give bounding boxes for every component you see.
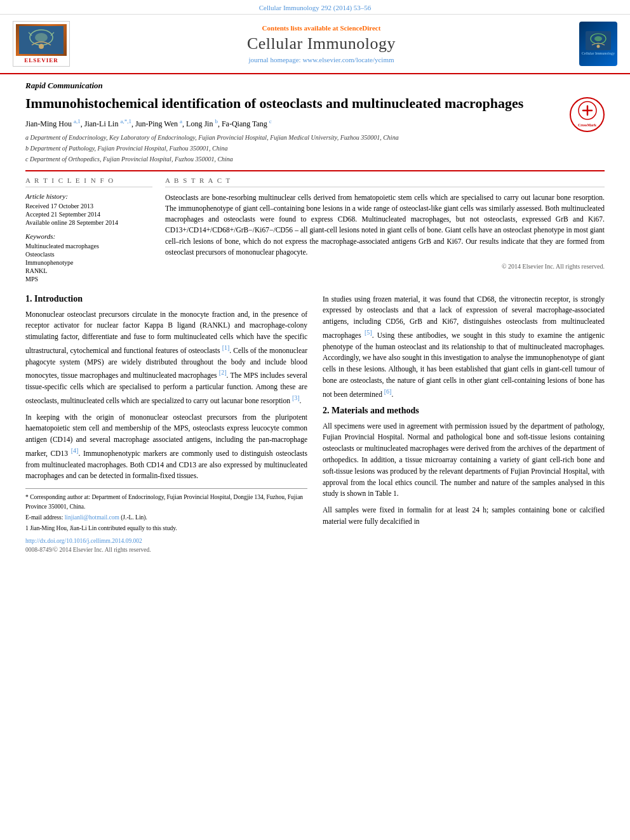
- elsevier-image: [16, 24, 67, 56]
- svg-point-2: [35, 33, 48, 42]
- journal-center: Contents lists available at ScienceDirec…: [70, 24, 573, 63]
- abstract-text: Osteoclasts are bone-resorbing multinucl…: [165, 192, 605, 258]
- journal-logo-box: Cellular Immunology: [579, 22, 617, 66]
- abstract-panel: A B S T R A C T Osteoclasts are bone-res…: [165, 177, 605, 284]
- intro-para2: In keeping with the origin of mononuclea…: [25, 412, 307, 483]
- elsevier-logo: ELSEVIER: [13, 21, 70, 67]
- accepted-date: Accepted 21 September 2014: [25, 211, 152, 218]
- body-content: 1. Introduction Mononuclear osteoclast p…: [25, 294, 605, 555]
- right-para1: In studies using frozen material, it was…: [323, 294, 605, 401]
- keyword-5: MPS: [25, 276, 152, 283]
- keyword-2: Osteoclasts: [25, 251, 152, 258]
- footnote-corresponding: * Corresponding author at: Department of…: [25, 493, 307, 533]
- journal-header: ELSEVIER Contents lists available at Sci…: [0, 15, 630, 74]
- journal-citation: Cellular Immunology 292 (2014) 53–56: [0, 0, 630, 15]
- methods-para1: All specimens were used in agreement wit…: [323, 421, 605, 500]
- journal-logo-right: Cellular Immunology: [573, 22, 617, 66]
- footnote-area: * Corresponding author at: Department of…: [25, 488, 307, 553]
- abstract-copyright: © 2014 Elsevier Inc. All rights reserved…: [165, 263, 605, 270]
- affiliation-b: b Department of Pathology, Fujian Provin…: [25, 143, 605, 153]
- methods-para2: All samples were fixed in formalin for a…: [323, 505, 605, 528]
- affiliation-c: c Department of Orthopedics, Fujian Prov…: [25, 154, 605, 164]
- keyword-4: RANKL: [25, 267, 152, 274]
- article-info-heading: A R T I C L E I N F O: [25, 177, 152, 187]
- keyword-1: Multinucleated macrophages: [25, 243, 152, 250]
- bottom-links: http://dx.doi.org/10.1016/j.cellimm.2014…: [25, 538, 307, 553]
- article-section-label: Rapid Communication: [25, 81, 605, 91]
- journal-homepage: journal homepage: www.elsevier.com/locat…: [70, 56, 573, 63]
- crossmark-badge: CrossMark: [570, 97, 605, 132]
- article-info-panel: A R T I C L E I N F O Article history: R…: [25, 177, 152, 284]
- authors-line: Jian-Ming Hou a,1, Jian-Li Lin a,*,1, Ju…: [25, 118, 605, 129]
- bottom-copyright: 0008-8749/© 2014 Elsevier Inc. All right…: [25, 547, 307, 553]
- divider: [25, 170, 605, 171]
- main-content: Rapid Communication Immunohistochemical …: [0, 74, 630, 561]
- article-title: Immunohistochemical identification of os…: [25, 95, 605, 113]
- available-date: Available online 28 September 2014: [25, 219, 152, 226]
- affiliation-a: a Department of Endocrinology, Key Labor…: [25, 133, 605, 142]
- body-right-col: In studies using frozen material, it was…: [323, 294, 605, 555]
- abstract-heading: A B S T R A C T: [165, 177, 605, 187]
- affiliations: a Department of Endocrinology, Key Labor…: [25, 133, 605, 164]
- methods-heading: 2. Materials and methods: [323, 406, 605, 416]
- svg-point-3: [39, 44, 44, 49]
- journal-title: Cellular Immunology: [70, 34, 573, 53]
- intro-para1: Mononuclear osteoclast precursors circul…: [25, 309, 307, 407]
- sciencedirect-link: Contents lists available at ScienceDirec…: [70, 24, 573, 32]
- keywords-section: Keywords: Multinucleated macrophages Ost…: [25, 232, 152, 283]
- elsevier-text: ELSEVIER: [16, 57, 67, 63]
- info-abstract-section: A R T I C L E I N F O Article history: R…: [25, 177, 605, 284]
- keywords-heading: Keywords:: [25, 232, 152, 240]
- history-heading: Article history:: [25, 192, 152, 200]
- svg-point-6: [594, 36, 602, 41]
- citation-text: Cellular Immunology 292 (2014) 53–56: [259, 4, 372, 11]
- svg-point-7: [597, 45, 600, 48]
- keyword-3: Immunophenotype: [25, 259, 152, 266]
- body-left-col: 1. Introduction Mononuclear osteoclast p…: [25, 294, 307, 555]
- article-history: Article history: Received 17 October 201…: [25, 192, 152, 226]
- intro-heading: 1. Introduction: [25, 294, 307, 304]
- body-two-col: 1. Introduction Mononuclear osteoclast p…: [25, 294, 605, 555]
- received-date: Received 17 October 2013: [25, 203, 152, 210]
